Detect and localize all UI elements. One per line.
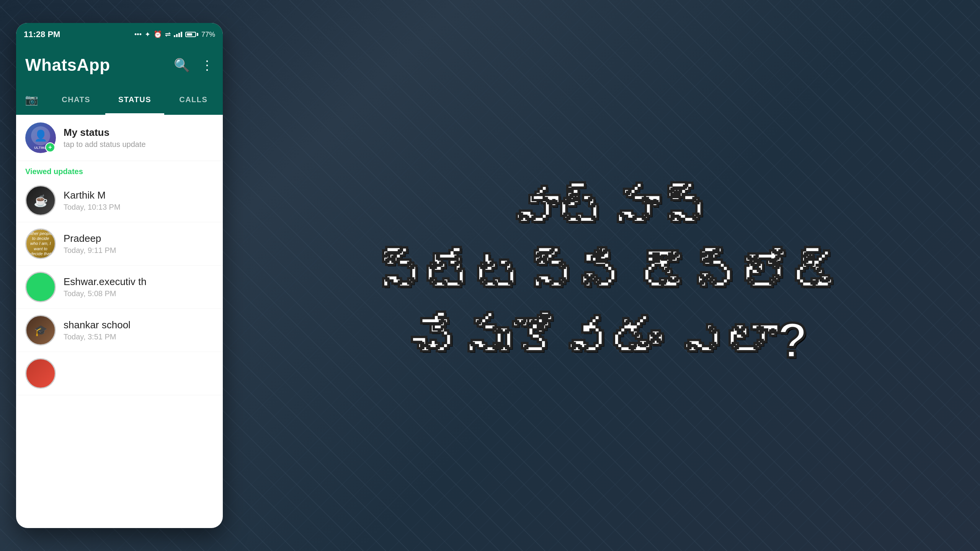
signal-icon xyxy=(174,32,182,37)
tab-camera[interactable]: 📷 xyxy=(16,93,47,106)
app-title: WhatsApp xyxy=(25,55,110,75)
dots-icon: ••• xyxy=(134,31,142,39)
bluetooth-icon: ✦ xyxy=(145,30,150,39)
camera-icon: 📷 xyxy=(25,93,38,106)
more-options-icon[interactable]: ⋮ xyxy=(201,57,214,73)
my-status-avatar-container: 👤 ULTIMA + xyxy=(25,122,56,153)
pradeep-name: Pradeep xyxy=(64,233,214,245)
eshwar-avatar-container xyxy=(25,272,56,302)
status-item-partial[interactable] xyxy=(16,352,223,395)
status-item-pradeep[interactable]: "I don't want other people to decide who… xyxy=(16,222,223,266)
status-bar-icons: ••• ✦ ⏰ ⇌ 77% xyxy=(134,30,215,39)
viewed-updates-header: Viewed updates xyxy=(16,161,223,179)
wifi-icon: ⇌ xyxy=(165,30,171,39)
karthik-avatar: ☕ xyxy=(25,185,56,216)
status-bar: 11:28 PM ••• ✦ ⏰ ⇌ 77% xyxy=(16,23,223,46)
eshwar-avatar xyxy=(25,272,56,302)
status-item-karthik[interactable]: ☕ Karthik M Today, 10:13 PM xyxy=(16,179,223,222)
tab-bar: 📷 CHATS STATUS CALLS xyxy=(16,84,223,115)
shankar-name: shankar school xyxy=(64,319,214,331)
phone-mockup: 11:28 PM ••• ✦ ⏰ ⇌ 77% WhatsApp � xyxy=(16,23,223,528)
tab-chats[interactable]: CHATS xyxy=(47,84,105,115)
karthik-avatar-container: ☕ xyxy=(25,185,56,216)
search-icon[interactable]: 🔍 xyxy=(174,57,190,73)
header-icons: 🔍 ⋮ xyxy=(174,57,214,73)
karthik-info: Karthik M Today, 10:13 PM xyxy=(64,189,214,212)
battery-percentage: 77% xyxy=(201,31,215,39)
partial-avatar-container xyxy=(25,358,56,389)
shankar-avatar-container: 🎓 xyxy=(25,315,56,346)
karthik-name: Karthik M xyxy=(64,189,214,201)
telugu-line-3: చేసుకోవడం ఎలా? xyxy=(374,308,843,373)
telugu-text-block: వాట్సాప్ స్టేటస్ని డౌన్లోడ్ చేసుకోవడం ఎల… xyxy=(374,179,843,373)
status-item-shankar[interactable]: 🎓 shankar school Today, 3:51 PM xyxy=(16,309,223,352)
shankar-avatar: 🎓 xyxy=(25,315,56,346)
karthik-time: Today, 10:13 PM xyxy=(64,203,214,212)
status-item-eshwar[interactable]: Eshwar.executiv th Today, 5:08 PM xyxy=(16,266,223,309)
pradeep-avatar: "I don't want other people to decide who… xyxy=(25,228,56,259)
telugu-overlay: వాట్సాప్ స్టేటస్ని డౌన్లోడ్ చేసుకోవడం ఎల… xyxy=(237,0,980,551)
alarm-icon: ⏰ xyxy=(154,30,162,39)
shankar-time: Today, 3:51 PM xyxy=(64,333,214,341)
shankar-info: shankar school Today, 3:51 PM xyxy=(64,319,214,341)
telugu-line-2: స్టేటస్ని డౌన్లోడ్ xyxy=(374,243,843,308)
add-status-badge: + xyxy=(45,142,55,152)
viewed-updates-title: Viewed updates xyxy=(25,167,83,176)
pradeep-avatar-container: "I don't want other people to decide who… xyxy=(25,228,56,259)
pradeep-info: Pradeep Today, 9:11 PM xyxy=(64,233,214,255)
status-bar-time: 11:28 PM xyxy=(24,29,60,39)
pradeep-time: Today, 9:11 PM xyxy=(64,246,214,255)
tab-status[interactable]: STATUS xyxy=(105,84,164,115)
tab-calls[interactable]: CALLS xyxy=(164,84,223,115)
eshwar-info: Eshwar.executiv th Today, 5:08 PM xyxy=(64,276,214,298)
battery-icon xyxy=(185,32,198,37)
eshwar-time: Today, 5:08 PM xyxy=(64,289,214,298)
app-header: WhatsApp 🔍 ⋮ xyxy=(16,46,223,84)
content-area: 👤 ULTIMA + My status tap to add status u… xyxy=(16,115,223,395)
my-status-info: My status tap to add status update xyxy=(64,127,214,149)
telugu-line-1: వాట్సాప్ xyxy=(374,179,843,243)
partial-avatar xyxy=(25,358,56,389)
my-status-row[interactable]: 👤 ULTIMA + My status tap to add status u… xyxy=(16,115,223,161)
my-status-name: My status xyxy=(64,127,214,139)
eshwar-name: Eshwar.executiv th xyxy=(64,276,214,288)
my-status-subtitle: tap to add status update xyxy=(64,140,214,149)
